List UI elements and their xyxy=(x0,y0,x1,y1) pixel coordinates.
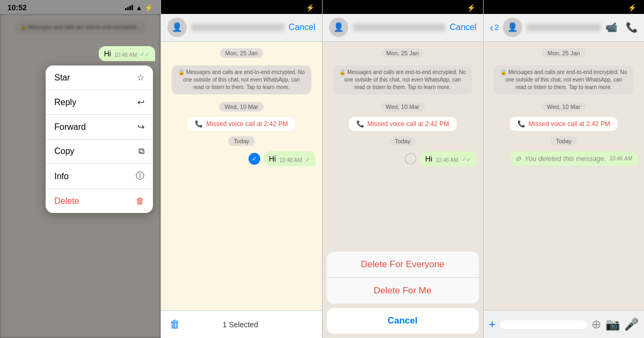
bubble-text-1: Hi xyxy=(104,49,111,58)
battery-icon-4: ⚡ xyxy=(628,4,636,12)
compose-input-4[interactable] xyxy=(500,320,587,329)
header-3: 👤 Cancel xyxy=(323,14,483,42)
delete-for-everyone-btn[interactable]: Delete For Everyone xyxy=(327,252,479,278)
voice-call-icon[interactable]: 📞 xyxy=(626,21,638,33)
selection-circle-2[interactable]: ✓ xyxy=(248,153,260,165)
panel-delete-modal: 10:46 ▲ ⚡ 👤 Cancel Mon, 25 Jan 🔒 Message… xyxy=(322,0,483,338)
mic-icon-4[interactable]: 🎤 xyxy=(624,318,639,332)
system-msg-2: 🔒 Messages and calls are end-to-end encr… xyxy=(172,65,311,94)
context-info[interactable]: Info ⓘ xyxy=(46,164,153,189)
reply-icon: ↩ xyxy=(137,97,144,107)
date-badge-4a: Mon, 25 Jan xyxy=(542,48,586,58)
delete-for-me-btn[interactable]: Delete For Me xyxy=(327,278,479,304)
date-badge-3b: Wed, 10 Mar xyxy=(380,102,425,112)
header-4: ‹ 2 👤 📹 📞 xyxy=(484,14,644,42)
status-icons-3: ▲ ⚡ xyxy=(448,4,475,12)
wifi-icon-3: ▲ xyxy=(458,4,465,12)
date-badge-4c: Today xyxy=(551,136,577,146)
status-icons-1: ▲ ⚡ xyxy=(125,4,153,12)
sticker-icon[interactable]: ⊕ xyxy=(591,318,601,332)
bubble-row-4: ⊖ You deleted this message. 10:46 AM xyxy=(490,151,638,166)
status-bar-1: 10:52 ▲ ⚡ xyxy=(0,0,160,14)
cancel-btn-3[interactable]: Cancel xyxy=(450,23,477,32)
camera-icon-4[interactable]: 📷 xyxy=(605,318,620,332)
back-count: 2 xyxy=(494,23,499,32)
context-copy[interactable]: Copy ⧉ xyxy=(46,139,153,164)
cancel-btn-2[interactable]: Cancel xyxy=(289,23,316,32)
header-actions-4: 📹 📞 xyxy=(605,21,638,33)
highlighted-bubble: Hi 10:46 AM ✓✓ xyxy=(99,46,156,61)
avatar-2: 👤 xyxy=(167,18,187,37)
date-badge-2c: Today xyxy=(228,136,254,146)
video-call-icon[interactable]: 📹 xyxy=(605,21,617,33)
context-forward-label: Forward xyxy=(54,122,86,132)
status-icons-2: ▲ ⚡ xyxy=(287,4,314,12)
tick-2: ✓ xyxy=(305,156,310,163)
panel-after-delete: 10:52 ▲ ⚡ ‹ 2 👤 📹 📞 Mon, 25 Jan 🔒 Messag… xyxy=(483,0,644,338)
contact-name-4 xyxy=(526,24,601,31)
delete-modal-overlay: Delete For Everyone Delete For Me Cancel xyxy=(323,252,483,338)
battery-icon-2: ⚡ xyxy=(306,4,314,12)
plus-icon[interactable]: + xyxy=(489,318,496,332)
wifi-icon-1: ▲ xyxy=(135,4,142,12)
contact-name-3 xyxy=(353,24,445,31)
back-chevron-icon: ‹ xyxy=(490,22,494,33)
context-info-label: Info xyxy=(54,172,69,181)
delete-modal-group: Delete For Everyone Delete For Me xyxy=(327,252,479,304)
context-menu: Star ☆ Reply ↩ Forward ↪ Copy ⧉ Info ⓘ xyxy=(46,65,153,213)
missed-call-text-4: Missed voice call at 2:42 PM xyxy=(529,120,610,128)
bubble-3: Hi 10:46 AM ✓✓ xyxy=(420,151,477,166)
missed-call-icon-3: 📞 xyxy=(356,120,364,128)
battery-icon-1: ⚡ xyxy=(144,4,153,12)
date-badge-3c: Today xyxy=(389,136,415,146)
context-delete-label: Delete xyxy=(54,196,79,206)
bubble-2: Hi 10:48 AM ✓ xyxy=(264,151,316,166)
bubble-row-2: ✓ Hi 10:48 AM ✓ xyxy=(167,151,315,166)
selection-circle-3[interactable] xyxy=(405,153,416,165)
context-forward[interactable]: Forward ↪ xyxy=(46,115,153,139)
status-bar-2: 10:52 ▲ ⚡ xyxy=(161,0,321,14)
wifi-icon-2: ▲ xyxy=(297,4,304,12)
time-4: 10:52 xyxy=(491,3,510,12)
chat-body-4: Mon, 25 Jan 🔒 Messages and calls are end… xyxy=(484,42,644,310)
system-msg-4: 🔒 Messages and calls are end-to-end encr… xyxy=(494,65,633,94)
missed-call-2: 📞 Missed voice call at 2:42 PM xyxy=(187,117,295,131)
time-1: 10:52 xyxy=(8,3,27,12)
trash-icon-2[interactable]: 🗑 xyxy=(170,318,180,330)
system-msg-3: 🔒 Messages and calls are end-to-end encr… xyxy=(333,65,472,94)
battery-icon-3: ⚡ xyxy=(467,4,475,12)
avatar-4: 👤 xyxy=(503,18,522,37)
contact-name-2 xyxy=(191,24,284,31)
signal-icon-3 xyxy=(448,5,456,10)
context-copy-label: Copy xyxy=(54,146,74,156)
time-2: 10:52 xyxy=(169,3,188,12)
signal-icon-1 xyxy=(125,5,133,10)
missed-call-text-2: Missed voice call at 2:42 PM xyxy=(206,120,288,128)
bubble-text-3: Hi xyxy=(425,155,432,163)
header-2: 👤 Cancel xyxy=(161,14,321,42)
tick-3: ✓✓ xyxy=(462,156,471,163)
avatar-3: 👤 xyxy=(329,18,348,37)
bubble-time-1: 10:46 AM xyxy=(114,52,137,58)
selection-count-2: 1 Selected xyxy=(223,320,258,329)
forward-icon: ↪ xyxy=(137,122,144,132)
deleted-text: You deleted this message. xyxy=(524,155,606,163)
chat-body-2: Mon, 25 Jan 🔒 Messages and calls are end… xyxy=(161,42,321,310)
delete-cancel-btn[interactable]: Cancel xyxy=(327,308,479,334)
tick-1: ✓✓ xyxy=(140,51,150,58)
delete-icon: 🗑 xyxy=(136,196,144,206)
context-delete[interactable]: Delete 🗑 xyxy=(46,189,153,213)
context-star-label: Star xyxy=(54,73,70,83)
context-star[interactable]: Star ☆ xyxy=(46,65,153,90)
selection-bottom-2: 🗑 1 Selected xyxy=(161,310,321,338)
date-badge-2b: Wed, 10 Mar xyxy=(219,102,264,112)
back-btn-4[interactable]: ‹ 2 xyxy=(490,22,499,33)
status-bar-4: 10:52 ▲ ⚡ xyxy=(484,0,644,14)
copy-icon: ⧉ xyxy=(138,146,144,156)
missed-call-text-3: Missed voice call at 2:42 PM xyxy=(368,120,449,128)
context-overlay: Hi 10:46 AM ✓✓ Star ☆ Reply ↩ Forward ↪ xyxy=(0,14,160,338)
deleted-icon: ⊖ xyxy=(515,155,521,163)
deleted-time: 10:46 AM xyxy=(610,156,632,161)
context-reply[interactable]: Reply ↩ xyxy=(46,90,153,115)
missed-call-4: 📞 Missed voice call at 2:42 PM xyxy=(510,117,618,131)
